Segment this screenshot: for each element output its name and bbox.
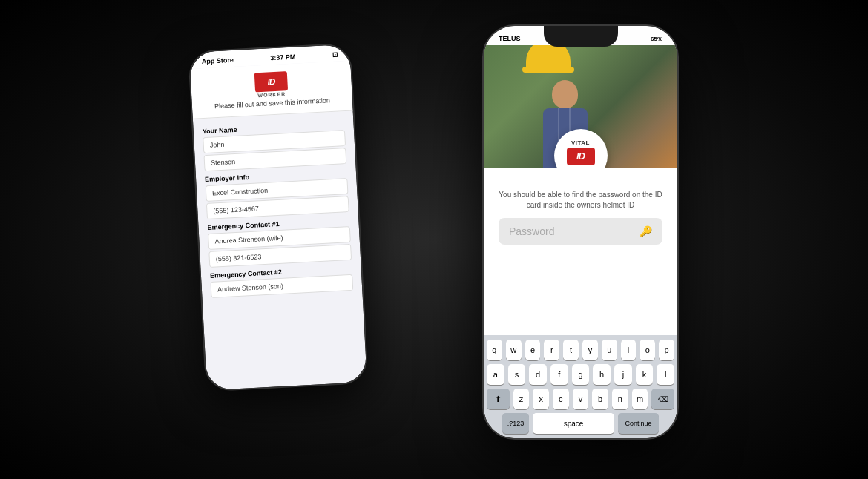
- password-placeholder: Password: [509, 225, 554, 237]
- worker-photo-area: VITAL ID WORKER: [484, 45, 677, 168]
- back-logo-id-text: ID: [267, 76, 275, 87]
- key-p[interactable]: p: [659, 340, 674, 360]
- key-icon: 🔑: [640, 225, 652, 237]
- key-j[interactable]: j: [614, 364, 632, 385]
- password-hint-text: You should be able to find the password …: [499, 190, 662, 211]
- password-input-area[interactable]: Password 🔑: [499, 218, 662, 245]
- hat-dome: [526, 45, 571, 67]
- key-l[interactable]: l: [657, 364, 674, 385]
- key-u[interactable]: u: [602, 340, 617, 360]
- key-n[interactable]: n: [612, 389, 628, 409]
- vital-id-logo-overlay: VITAL ID WORKER: [554, 129, 608, 168]
- phone-front: TELUS 12:59 PM 65%: [482, 24, 679, 440]
- front-notch: [544, 26, 618, 47]
- back-logo-badge: ID: [254, 71, 288, 92]
- back-carrier: App Store: [202, 56, 234, 65]
- keyboard-row-3: ⬆ z x c v b n m ⌫: [487, 389, 674, 409]
- key-shift[interactable]: ⬆: [487, 389, 510, 409]
- keyboard-row-2: a s d f g h j k l: [487, 364, 674, 385]
- front-id-badge: ID: [567, 148, 595, 165]
- key-s[interactable]: s: [508, 364, 526, 385]
- back-form-content: Your Name John Stenson Employer Info Exc…: [193, 110, 363, 304]
- key-e[interactable]: e: [525, 340, 541, 360]
- front-status-right: 65%: [651, 36, 662, 42]
- vital-logo-circle: VITAL ID WORKER: [554, 129, 608, 168]
- key-q[interactable]: q: [487, 340, 502, 360]
- key-w[interactable]: w: [506, 340, 522, 360]
- hat-brim: [522, 67, 574, 73]
- key-numbers[interactable]: .?123: [502, 413, 529, 434]
- key-r[interactable]: r: [544, 340, 559, 360]
- phones-container: App Store 3:37 PM ⊡ ID WORKER Please fil…: [174, 24, 694, 455]
- front-battery: 65%: [651, 36, 662, 42]
- key-g[interactable]: g: [572, 364, 590, 385]
- key-d[interactable]: d: [529, 364, 547, 385]
- key-y[interactable]: y: [582, 340, 598, 360]
- key-i[interactable]: i: [621, 340, 637, 360]
- key-space[interactable]: space: [533, 413, 614, 434]
- key-x[interactable]: x: [533, 389, 549, 409]
- key-h[interactable]: h: [593, 364, 611, 385]
- key-a[interactable]: a: [487, 364, 504, 385]
- front-worker-label: WORKER: [567, 167, 595, 168]
- back-phone-screen: App Store 3:37 PM ⊡ ID WORKER Please fil…: [189, 44, 367, 391]
- key-v[interactable]: v: [573, 389, 589, 409]
- key-m[interactable]: m: [632, 389, 648, 409]
- keyboard: q w e r t y u i o p a s d f g: [484, 335, 677, 438]
- back-logo-wrap: ID WORKER: [203, 67, 341, 101]
- key-f[interactable]: f: [550, 364, 568, 385]
- worker-head: [552, 80, 578, 108]
- back-battery: ⊡: [332, 50, 338, 58]
- hard-hat: [522, 45, 574, 73]
- key-o[interactable]: o: [640, 340, 655, 360]
- key-z[interactable]: z: [513, 389, 530, 409]
- front-phone-screen: TELUS 12:59 PM 65%: [484, 26, 677, 438]
- back-header: ID WORKER Please fill out and save this …: [190, 61, 352, 119]
- front-carrier: TELUS: [499, 35, 521, 42]
- key-b[interactable]: b: [592, 389, 608, 409]
- keyboard-bottom-row: .?123 space Continue: [487, 413, 674, 434]
- back-logo-worker: WORKER: [257, 91, 286, 98]
- key-t[interactable]: t: [563, 340, 579, 360]
- phone-back: App Store 3:37 PM ⊡ ID WORKER Please fil…: [188, 43, 369, 392]
- front-content-area: You should be able to find the password …: [484, 168, 677, 335]
- key-backspace[interactable]: ⌫: [651, 389, 674, 409]
- key-c[interactable]: c: [553, 389, 569, 409]
- key-k[interactable]: k: [636, 364, 654, 385]
- vital-text: VITAL: [571, 140, 590, 146]
- back-time: 3:37 PM: [270, 53, 295, 62]
- keyboard-row-1: q w e r t y u i o p: [487, 340, 674, 360]
- key-continue[interactable]: Continue: [618, 413, 659, 434]
- front-id-badge-text: ID: [576, 151, 585, 162]
